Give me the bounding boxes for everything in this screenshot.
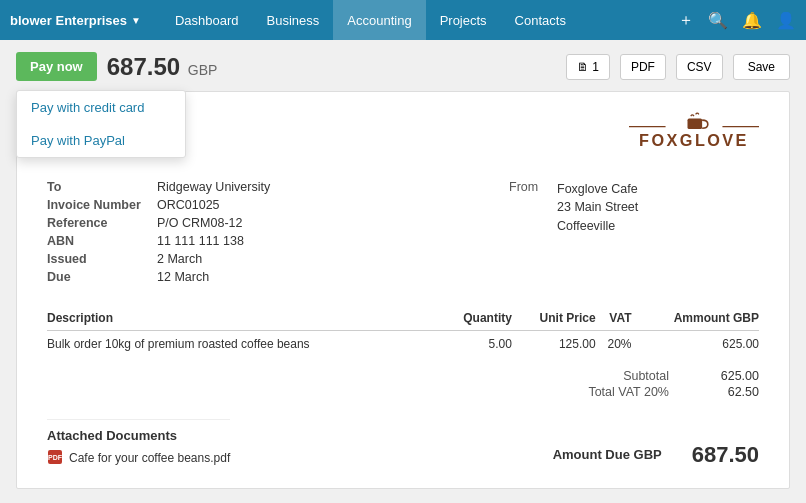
top-navigation: blower Enterprises ▼ Dashboard Business … [0,0,806,40]
pay-dropdown: Pay with credit card Pay with PayPal [16,90,186,158]
nav-links: Dashboard Business Accounting Projects C… [161,0,678,40]
item-vat: 20% [596,330,632,357]
due-row: Due 12 March [47,270,509,284]
nav-projects[interactable]: Projects [426,0,501,40]
amount-due-value: 687.50 [692,442,759,468]
pay-now-button[interactable]: Pay now [16,52,97,81]
issued-row: Issued 2 March [47,252,509,266]
pay-paypal-option[interactable]: Pay with PayPal [17,124,185,157]
pdf-file-icon: PDF [47,449,63,468]
brand-logo[interactable]: blower Enterprises ▼ [10,13,141,28]
brand-dropdown-arrow: ▼ [131,15,141,26]
item-amount: 625.00 [631,330,759,357]
content-area: Pay now 687.50 GBP 🗎 1 PDF CSV Save Pay … [0,40,806,501]
attached-filename: Cafe for your coffee beans.pdf [69,451,230,465]
invoice-number-row: Invoice Number ORC01025 [47,198,509,212]
col-description: Description [47,306,439,331]
add-icon[interactable]: ＋ [678,10,694,31]
csv-button[interactable]: CSV [676,54,723,80]
reference-label: Reference [47,216,157,230]
save-button[interactable]: Save [733,54,790,80]
bell-icon[interactable]: 🔔 [742,11,762,30]
currency-label: GBP [188,62,218,78]
issued-value: 2 March [157,252,202,266]
svg-text:PDF: PDF [48,454,63,461]
abn-value: 11 111 111 138 [157,234,244,248]
nav-contacts[interactable]: Contacts [501,0,580,40]
vat-value: 62.50 [699,385,759,399]
attached-docs-label: Attached Documents [47,419,230,443]
nav-action-icons: ＋ 🔍 🔔 👤 [678,10,796,31]
from-name: Foxglove Cafe [557,180,638,199]
col-quantity: Quantity [439,306,512,331]
item-description: Bulk order 10kg of premium roasted coffe… [47,330,439,357]
item-quantity: 5.00 [439,330,512,357]
from-address: Foxglove Cafe 23 Main Street Coffeeville [557,180,638,288]
svg-text:FOXGLOVE: FOXGLOVE [639,131,749,149]
pay-credit-card-option[interactable]: Pay with credit card [17,91,185,124]
invoice-number-label: Invoice Number [47,198,157,212]
brand-name: blower Enterprises [10,13,127,28]
action-bar: Pay now 687.50 GBP 🗎 1 PDF CSV Save [16,52,790,81]
subtotal-row: Subtotal 625.00 [499,369,759,383]
invoice-amount: 687.50 [107,53,180,80]
vat-row: Total VAT 20% 62.50 [499,385,759,399]
search-icon[interactable]: 🔍 [708,11,728,30]
subtotal-label: Subtotal [623,369,669,383]
nav-business[interactable]: Business [253,0,334,40]
col-amount: Ammount GBP [631,306,759,331]
line-items-table: Description Quantity Unit Price VAT Ammo… [47,306,759,357]
totals-section: Subtotal 625.00 Total VAT 20% 62.50 [47,369,759,401]
to-name: Ridgeway University [157,180,270,194]
doc-count: 1 [592,60,599,74]
attached-documents-section: Attached Documents PDF Cafe for your cof… [47,419,230,468]
issued-label: Issued [47,252,157,266]
amount-display: 687.50 GBP [107,53,218,81]
abn-label: ABN [47,234,157,248]
pdf-button[interactable]: PDF [620,54,666,80]
subtotal-value: 625.00 [699,369,759,383]
to-label: To [47,180,157,194]
nav-dashboard[interactable]: Dashboard [161,0,253,40]
to-row: To Ridgeway University [47,180,509,194]
from-street: 23 Main Street [557,198,638,217]
item-unit-price: 125.00 [512,330,596,357]
doc-icon: 🗎 [577,60,589,74]
table-header-row: Description Quantity Unit Price VAT Ammo… [47,306,759,331]
due-value: 12 March [157,270,209,284]
table-row: Bulk order 10kg of premium roasted coffe… [47,330,759,357]
abn-row: ABN 11 111 111 138 [47,234,509,248]
vat-label: Total VAT 20% [588,385,669,399]
to-from-section: To Ridgeway University Invoice Number OR… [47,180,759,288]
company-logo: FOXGLOVE [629,112,759,160]
reference-value: P/O CRM08-12 [157,216,242,230]
document-count-button[interactable]: 🗎 1 [566,54,610,80]
attached-file: PDF Cafe for your coffee beans.pdf [47,449,230,468]
user-icon[interactable]: 👤 [776,11,796,30]
amount-due-section: Amount Due GBP 687.50 [379,442,759,468]
nav-accounting[interactable]: Accounting [333,0,425,40]
from-label: From [509,180,549,288]
amount-due-label: Amount Due GBP [553,447,662,462]
col-unit-price: Unit Price [512,306,596,331]
col-vat: VAT [596,306,632,331]
svg-rect-2 [688,119,703,130]
bottom-row: Attached Documents PDF Cafe for your cof… [47,415,759,468]
reference-row: Reference P/O CRM08-12 [47,216,509,230]
due-label: Due [47,270,157,284]
invoice-number-value: ORC01025 [157,198,220,212]
from-block: From Foxglove Cafe 23 Main Street Coffee… [509,180,759,288]
from-city: Coffeeville [557,217,638,236]
to-block: To Ridgeway University Invoice Number OR… [47,180,509,288]
